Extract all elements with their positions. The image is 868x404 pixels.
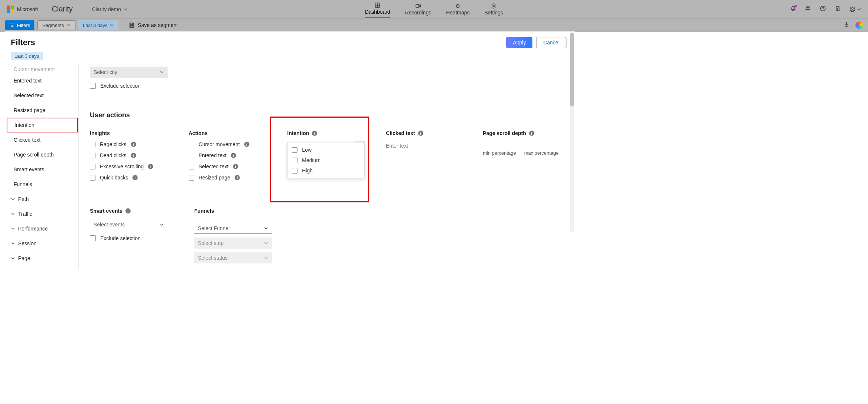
- actions-selected-text[interactable]: Selected texti: [189, 164, 276, 169]
- filters-label: Filters: [17, 23, 30, 28]
- info-icon[interactable]: i: [312, 131, 317, 136]
- sidebar-item-intention[interactable]: Intention: [7, 118, 78, 132]
- chevron-down-icon: [110, 23, 114, 27]
- app-header: Microsoft Clarity Clarity demo Dashboard…: [0, 0, 868, 18]
- chevron-down-icon: [11, 226, 15, 231]
- checkbox-icon: [292, 158, 297, 163]
- info-icon[interactable]: i: [131, 153, 136, 158]
- exclude-selection-checkbox[interactable]: Exclude selection: [90, 83, 568, 89]
- bell-icon[interactable]: [790, 6, 796, 13]
- checkbox-icon: [90, 83, 96, 89]
- clicked-text-input[interactable]: [386, 141, 443, 150]
- sidebar-item-smart-events[interactable]: Smart events: [6, 162, 78, 177]
- sidebar-item-funnels[interactable]: Funnels: [6, 177, 78, 192]
- info-icon[interactable]: i: [418, 131, 423, 136]
- info-icon[interactable]: i: [132, 175, 138, 180]
- copilot-icon[interactable]: [855, 21, 863, 29]
- info-icon[interactable]: i: [131, 142, 136, 147]
- funnel-select[interactable]: Select Funnel: [194, 223, 272, 234]
- checkbox-icon: [292, 147, 297, 153]
- insights-quick-backs[interactable]: Quick backsi: [90, 175, 177, 181]
- save-as-segment[interactable]: Save as segment: [129, 22, 178, 28]
- scroll-depth-min-input[interactable]: [483, 141, 514, 150]
- svg-rect-13: [131, 23, 132, 24]
- sidebar-item-selected-text[interactable]: Selected text: [6, 88, 78, 103]
- sidebar-item-resized-page[interactable]: Resized page: [6, 103, 78, 118]
- sidebar-group-page[interactable]: Page: [6, 251, 78, 266]
- max-label: max percentage: [524, 150, 559, 156]
- group-label: Page: [18, 255, 30, 261]
- funnel-step-select[interactable]: Select step: [194, 238, 272, 249]
- sidebar-item-page-scroll-depth[interactable]: Page scroll depth: [6, 147, 78, 162]
- scroll-depth-max-input[interactable]: [524, 141, 558, 150]
- svg-point-6: [808, 7, 810, 8]
- download-icon[interactable]: [844, 21, 850, 29]
- cancel-button[interactable]: Cancel: [536, 37, 566, 48]
- people-icon[interactable]: [805, 6, 811, 13]
- info-icon[interactable]: i: [529, 131, 534, 136]
- nav-recordings-label: Recordings: [405, 10, 431, 16]
- info-icon[interactable]: i: [231, 153, 236, 158]
- sidebar-group-path[interactable]: Path: [6, 192, 78, 206]
- min-label: min percentage: [483, 150, 516, 156]
- svg-rect-14: [131, 26, 133, 27]
- filters-content[interactable]: Select city Exclude selection User actio…: [79, 64, 575, 269]
- smart-events-select[interactable]: Select events: [90, 219, 168, 230]
- chevron-down-icon: [11, 197, 15, 201]
- nav-settings[interactable]: Settings: [484, 2, 503, 18]
- info-icon[interactable]: i: [125, 208, 131, 213]
- info-icon[interactable]: i: [235, 175, 240, 180]
- nav-dashboard[interactable]: Dashboard: [365, 1, 390, 18]
- project-selector[interactable]: Clarity demo: [92, 6, 128, 12]
- chip-date-range[interactable]: Last 3 days: [11, 52, 43, 60]
- microsoft-logo-icon: [7, 6, 14, 13]
- header-actions: [790, 6, 861, 13]
- filters-button[interactable]: Filters: [5, 20, 34, 30]
- video-icon: [415, 2, 421, 10]
- insights-dead-clicks[interactable]: Dead clicksi: [90, 152, 177, 158]
- date-range-button[interactable]: Last 3 days: [78, 20, 119, 30]
- apply-button[interactable]: Apply: [506, 37, 532, 48]
- sidebar-group-session[interactable]: Session: [6, 236, 78, 251]
- intention-option-high[interactable]: High: [287, 165, 364, 176]
- help-icon[interactable]: [820, 6, 826, 13]
- chevron-down-icon: [11, 256, 15, 260]
- actions-cursor-movement[interactable]: Cursor movementi: [189, 141, 276, 147]
- info-icon[interactable]: i: [244, 142, 249, 147]
- smart-events-exclude[interactable]: Exclude selection: [90, 235, 182, 241]
- filters-toolbar: Filters Segments Last 3 days Save as seg…: [0, 18, 868, 32]
- info-icon[interactable]: i: [148, 164, 153, 169]
- insights-excessive-scrolling[interactable]: Excessive scrollingi: [90, 164, 177, 169]
- intention-option-medium[interactable]: Medium: [287, 155, 364, 165]
- account-icon[interactable]: [850, 6, 861, 12]
- sidebar-item-cursor-movement[interactable]: Cursor movement: [6, 65, 78, 73]
- filter-category-sidebar[interactable]: Cursor movement Entered text Selected te…: [6, 64, 79, 269]
- sidebar-item-entered-text[interactable]: Entered text: [6, 73, 78, 88]
- intention-option-low[interactable]: Low: [287, 145, 364, 155]
- chevron-down-icon: [123, 7, 128, 11]
- sidebar-item-clicked-text[interactable]: Clicked text: [6, 132, 78, 147]
- nav-settings-label: Settings: [484, 10, 503, 16]
- insights-rage-clicks[interactable]: Rage clicksi: [90, 141, 177, 147]
- active-filter-chips: Last 3 days: [6, 52, 575, 64]
- funnel-status-select[interactable]: Select status: [194, 252, 272, 263]
- nav-recordings[interactable]: Recordings: [405, 2, 431, 18]
- modal-title: Filters: [11, 38, 35, 47]
- scrollbar-thumb[interactable]: [570, 33, 574, 107]
- actions-entered-text[interactable]: Entered texti: [189, 152, 276, 158]
- fire-icon: [455, 2, 461, 10]
- smart-funnels-row: Smart events i Select events Exclude sel…: [90, 208, 568, 263]
- sidebar-group-traffic[interactable]: Traffic: [6, 206, 78, 221]
- document-icon[interactable]: [835, 6, 841, 13]
- checkbox-icon: [90, 164, 95, 169]
- sidebar-group-performance[interactable]: Performance: [6, 221, 78, 236]
- actions-resized-page[interactable]: Resized pagei: [189, 175, 276, 181]
- scroll-depth-title: Page scroll depth i: [483, 130, 568, 136]
- chevron-down-icon: [159, 222, 164, 227]
- info-icon[interactable]: i: [233, 164, 238, 169]
- checkbox-icon: [189, 175, 194, 181]
- nav-heatmaps[interactable]: Heatmaps: [446, 2, 470, 18]
- city-select[interactable]: Select city: [90, 67, 168, 78]
- segments-button[interactable]: Segments: [37, 20, 75, 30]
- chevron-down-icon: [159, 70, 164, 74]
